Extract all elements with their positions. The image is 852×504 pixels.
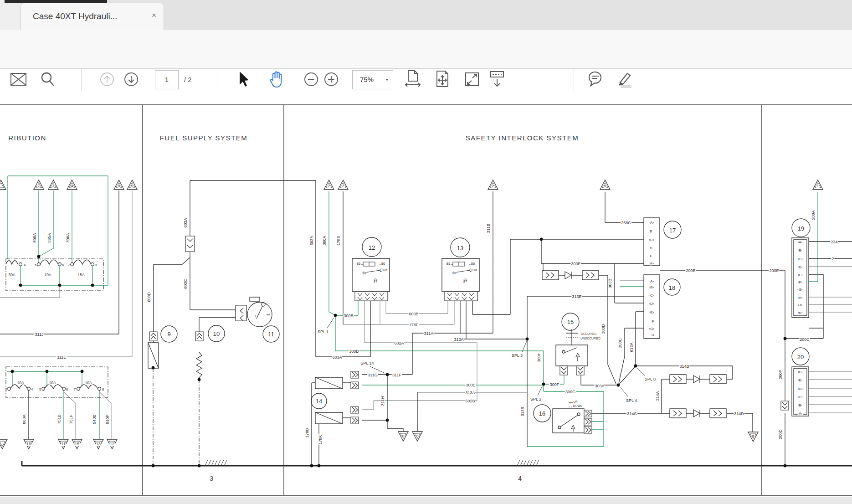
connector-pin: D [650, 246, 652, 250]
wire-label: 300E [466, 383, 475, 387]
wire-label: 300D [349, 349, 359, 354]
triangle-ref: 8 [416, 434, 418, 438]
inline-connector [781, 401, 789, 410]
connector-pin: ‹B‹ [798, 248, 803, 252]
gray-wires [0, 190, 852, 440]
connector-pin: F [652, 319, 654, 324]
connector-pin: ‹K‹ [798, 311, 803, 315]
component-number: 11 [268, 331, 274, 338]
wire-label: 200D [778, 429, 783, 439]
splice-label: SPL 14 [360, 361, 374, 365]
wire-label: 200E [686, 268, 695, 273]
component-number: 9 [167, 331, 170, 338]
connector-pin: ‹F‹ [798, 280, 803, 284]
wire-label: 258C [621, 221, 631, 225]
connector-pin: ‹E‹ [798, 378, 803, 382]
wire-label: 751F [69, 414, 73, 424]
wire-label: 311A [424, 331, 433, 336]
connector-pin: ›E› [649, 310, 654, 314]
grid-number: 4 [518, 475, 522, 482]
terminal-number: 87a [472, 268, 477, 272]
wire-label: 311J [35, 332, 44, 337]
component-number: 12 [369, 244, 375, 251]
triangle-ref: 9 [131, 184, 133, 188]
component-number: 16 [539, 410, 545, 417]
connector-pin: ›C› [649, 293, 654, 298]
section-title: FUEL SUPPLY SYSTEM [160, 134, 248, 142]
splice-label: SPL 3 [512, 353, 523, 358]
fuse-rating: 10A [44, 273, 51, 277]
connector-pin: ›G› [649, 327, 654, 331]
terminal-number: 4 [24, 263, 26, 267]
triangle-ref: 1 [816, 184, 819, 188]
wire-label: 200C [800, 337, 810, 342]
connector-pin: E [650, 254, 652, 258]
wire-label: 311H [380, 396, 385, 406]
section-title: RIBUTION [8, 134, 46, 142]
connector-pin: H [652, 333, 654, 337]
diode-chains [542, 271, 726, 418]
connector-pin: ›A› [649, 221, 654, 225]
connector-pin: ›B› [649, 285, 654, 289]
wire-label: 313A [465, 391, 475, 395]
wire-label: 234 [831, 240, 837, 244]
terminal-number: 30 [452, 271, 456, 275]
terminal-number: 4 [31, 387, 33, 391]
wire-label: 200E [769, 268, 779, 273]
wire-label: 300G [565, 390, 575, 394]
switch-position-label: DOWN [573, 404, 583, 407]
triangle-ref: 15 [75, 442, 79, 446]
connector-pin: ‹D‹ [797, 387, 802, 391]
wire-label: 612A [629, 342, 634, 352]
connector-pin: ‹H‹ [797, 296, 802, 300]
terminal-number: 87 [463, 279, 467, 283]
terminal-number: 86 [381, 262, 385, 266]
terminal-number: T [255, 314, 257, 318]
switch-position-label: OCCUPIED [581, 332, 597, 335]
splice-label: SPL 2 [530, 397, 541, 401]
updown-switch [534, 405, 592, 433]
triangle-ref: 11 [61, 442, 65, 446]
grid-number: 3 [210, 475, 214, 482]
component-number: 14 [316, 398, 322, 405]
wire-label: 314D [734, 411, 744, 416]
fuel-sender-resistor [195, 325, 225, 380]
connector-pin: ‹G‹ [797, 288, 803, 292]
wire-label: 800A [32, 233, 37, 242]
section-title: SAFETY INTERLOCK SYSTEM [466, 134, 579, 142]
connector-pin: ‹J‹ [798, 303, 802, 307]
wire-label: 313B [520, 406, 525, 416]
wire-label: 860A [22, 414, 26, 424]
fuse-rating: 10A [17, 381, 24, 385]
wire-label: 311G [368, 373, 377, 377]
terminal-number: 8 [102, 387, 104, 391]
wire-label: 178E [336, 236, 341, 245]
wire-label: 178B [305, 428, 309, 437]
terminal-number: 3 [5, 387, 7, 391]
switch-position-label: UNOCCUPIED [580, 337, 601, 340]
component-number: 18 [669, 284, 675, 291]
component-number: 17 [669, 227, 676, 234]
connector-pin: B [650, 229, 652, 233]
component-number: 13 [457, 245, 463, 252]
wire-label: 178F [409, 323, 419, 327]
wire-label: 313E [572, 294, 581, 299]
triangle-ref: 7 [52, 184, 54, 188]
wire-label: 603D [147, 292, 151, 302]
wire-label: 300H [537, 352, 541, 362]
wire-label: 865A [47, 233, 51, 242]
triangle-ref: 9 [118, 184, 120, 188]
wire-label: 603C [183, 279, 188, 289]
fuse-rating: 30A [8, 273, 15, 277]
triangle-ref: 2 [492, 184, 494, 188]
terminal-number: 5 [35, 263, 36, 267]
connector-pin: ‹A‹ [798, 411, 803, 416]
terminal-number: 85 [357, 262, 360, 266]
wire-label: 2 [831, 257, 834, 261]
wire-label: 314B [679, 364, 689, 369]
wire-label: 540P [105, 414, 110, 424]
terminal-number: 8 [95, 263, 97, 267]
wire-label: 303A [595, 384, 604, 388]
wire-label: 300A [66, 233, 70, 242]
terminal-number: 86 [471, 262, 475, 266]
